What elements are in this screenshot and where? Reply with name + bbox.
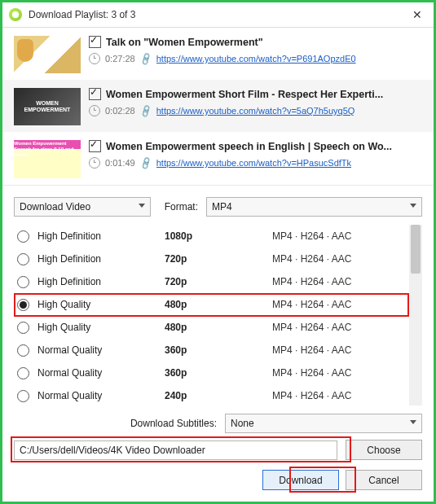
quality-label: Normal Quality xyxy=(37,344,165,356)
video-title: Women Empowerment Short Film - Respect H… xyxy=(106,89,383,100)
radio-icon xyxy=(17,253,29,265)
video-thumbnail: Women Empowerment Speech for class 9,10 … xyxy=(14,140,81,178)
quality-codec: MP4 · H264 · AAC xyxy=(272,322,406,333)
playlist-item-body: Women Empowerment Short Film - Respect H… xyxy=(89,88,422,116)
quality-resolution: 360p xyxy=(165,344,272,356)
options-panel: Download Video Format: MP4 High Definiti… xyxy=(2,185,434,502)
video-url-link[interactable]: https://www.youtube.com/watch?v=5aQ7h5uy… xyxy=(156,106,355,116)
quality-option[interactable]: Normal Quality360pMP4 · H264 · AAC xyxy=(14,362,409,384)
quality-option[interactable]: High Quality480pMP4 · H264 · AAC xyxy=(14,316,409,339)
playlist-item: WOMEN EMPOWERMENT Women Empowerment Shor… xyxy=(2,80,434,132)
cancel-button[interactable]: Cancel xyxy=(346,470,422,490)
quality-option[interactable]: Normal Quality240pMP4 · H264 · AAC xyxy=(14,384,409,405)
video-title: Women Empowerment speech in English | Sp… xyxy=(106,141,392,152)
radio-icon xyxy=(17,367,29,379)
quality-codec: MP4 · H264 · AAC xyxy=(272,390,406,401)
quality-resolution: 1080p xyxy=(165,230,272,242)
window-title: Download Playlist: 3 of 3 xyxy=(29,9,401,20)
link-icon: 🔗 xyxy=(138,51,153,66)
close-icon[interactable]: ✕ xyxy=(401,2,434,27)
quality-resolution: 480p xyxy=(165,322,272,333)
clock-icon xyxy=(89,105,100,116)
format-select-value: MP4 xyxy=(212,201,232,213)
quality-option[interactable]: High Definition1080pMP4 · H264 · AAC xyxy=(14,225,409,248)
quality-label: High Definition xyxy=(37,230,165,242)
action-select-value: Download Video xyxy=(20,201,90,213)
radio-icon xyxy=(17,322,29,334)
quality-option[interactable]: High Definition720pMP4 · H264 · AAC xyxy=(14,248,409,270)
chevron-down-icon xyxy=(139,204,145,208)
radio-icon xyxy=(17,390,29,402)
playlist-list: Talk on "Women Empowerment" 0:27:28 🔗 ht… xyxy=(2,28,434,185)
app-icon xyxy=(9,8,22,21)
link-icon: 🔗 xyxy=(138,103,153,118)
quality-resolution: 480p xyxy=(165,299,272,310)
video-url-link[interactable]: https://www.youtube.com/watch?v=HPasucSd… xyxy=(156,158,351,168)
video-duration: 0:02:28 xyxy=(105,106,135,116)
choose-button[interactable]: Choose xyxy=(346,440,422,460)
format-select[interactable]: MP4 xyxy=(206,197,422,217)
radio-icon xyxy=(17,276,29,288)
include-checkbox[interactable] xyxy=(89,88,101,100)
titlebar: Download Playlist: 3 of 3 ✕ xyxy=(2,2,434,28)
include-checkbox[interactable] xyxy=(89,140,101,152)
quality-resolution: 240p xyxy=(165,390,272,401)
quality-codec: MP4 · H264 · AAC xyxy=(272,299,406,310)
path-row: C:/Users/dell/Videos/4K Video Downloader… xyxy=(14,440,422,460)
video-duration: 0:27:28 xyxy=(105,54,135,64)
quality-resolution: 720p xyxy=(165,253,272,265)
include-checkbox[interactable] xyxy=(89,36,101,48)
quality-label: Normal Quality xyxy=(37,390,165,401)
action-buttons-row: Download Cancel xyxy=(14,470,422,490)
chevron-down-icon xyxy=(410,204,416,208)
playlist-item-body: Talk on "Women Empowerment" 0:27:28 🔗 ht… xyxy=(89,36,422,64)
video-thumbnail: WOMEN EMPOWERMENT xyxy=(14,88,81,125)
video-thumbnail xyxy=(14,36,81,73)
quality-option[interactable]: High Definition720pMP4 · H264 · AAC xyxy=(14,270,409,293)
subtitles-row: Download Subtitles: None xyxy=(14,414,422,433)
save-path-input[interactable]: C:/Users/dell/Videos/4K Video Downloader xyxy=(14,440,337,460)
quality-label: Normal Quality xyxy=(37,367,165,379)
subtitles-label: Download Subtitles: xyxy=(130,418,217,429)
quality-option[interactable]: Normal Quality360pMP4 · H264 · AAC xyxy=(14,339,409,362)
subtitles-select-value: None xyxy=(231,418,254,429)
quality-label: High Definition xyxy=(37,253,165,265)
quality-resolution: 360p xyxy=(165,367,272,379)
action-select[interactable]: Download Video xyxy=(14,197,151,217)
radio-icon xyxy=(17,299,29,311)
quality-codec: MP4 · H264 · AAC xyxy=(272,367,406,379)
chevron-down-icon xyxy=(410,420,416,424)
link-icon: 🔗 xyxy=(138,156,153,170)
quality-codec: MP4 · H264 · AAC xyxy=(272,344,406,356)
download-playlist-dialog: Download Playlist: 3 of 3 ✕ Talk on "Wom… xyxy=(0,0,436,504)
quality-option[interactable]: High Quality480pMP4 · H264 · AAC xyxy=(14,293,409,316)
action-format-row: Download Video Format: MP4 xyxy=(14,197,422,217)
clock-icon xyxy=(89,53,100,64)
quality-codec: MP4 · H264 · AAC xyxy=(272,230,406,242)
quality-codec: MP4 · H264 · AAC xyxy=(272,276,406,287)
quality-resolution: 720p xyxy=(165,276,272,287)
scrollbar[interactable] xyxy=(409,225,422,405)
save-path-value: C:/Users/dell/Videos/4K Video Downloader xyxy=(20,445,205,456)
video-duration: 0:01:49 xyxy=(105,158,135,168)
radio-icon xyxy=(17,344,29,357)
playlist-item-body: Women Empowerment speech in English | Sp… xyxy=(89,140,422,169)
video-title: Talk on "Women Empowerment" xyxy=(106,37,263,48)
scrollbar-thumb[interactable] xyxy=(411,225,421,274)
format-label: Format: xyxy=(159,201,198,213)
subtitles-select[interactable]: None xyxy=(225,414,422,433)
quality-codec: MP4 · H264 · AAC xyxy=(272,253,406,265)
playlist-item: Talk on "Women Empowerment" 0:27:28 🔗 ht… xyxy=(2,28,434,80)
video-url-link[interactable]: https://www.youtube.com/watch?v=P691AOpz… xyxy=(156,54,356,64)
quality-list: High Definition1080pMP4 · H264 · AACHigh… xyxy=(14,225,422,405)
clock-icon xyxy=(89,157,100,169)
radio-icon xyxy=(17,230,29,243)
download-button[interactable]: Download xyxy=(262,470,339,490)
playlist-item: Women Empowerment Speech for class 9,10 … xyxy=(2,132,434,185)
quality-label: High Quality xyxy=(37,299,165,310)
quality-label: High Definition xyxy=(37,276,165,287)
quality-label: High Quality xyxy=(37,322,165,333)
